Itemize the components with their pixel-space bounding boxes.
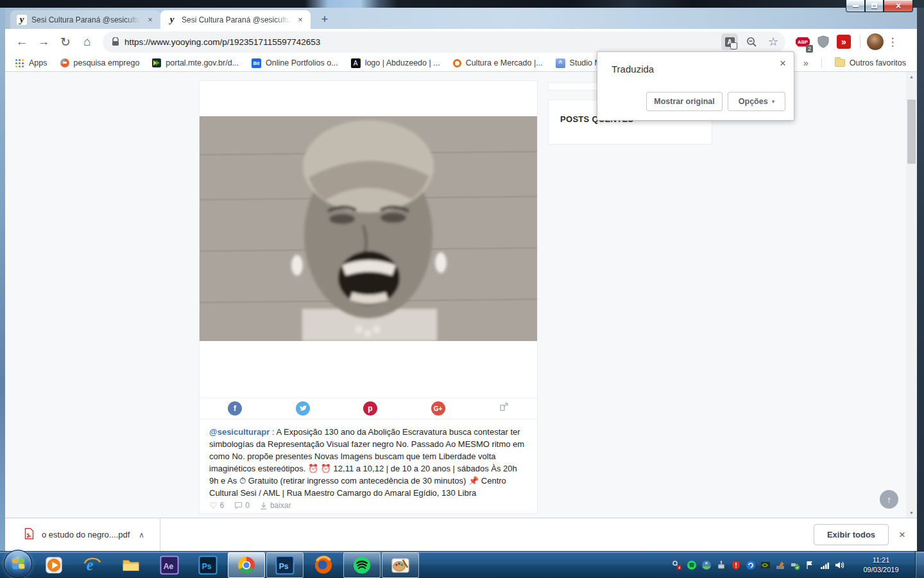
external-link-icon[interactable]: [499, 402, 509, 415]
back-button[interactable]: ←: [12, 31, 32, 52]
options-button[interactable]: Opções ▾: [728, 92, 785, 111]
download-bar: o estudo do negro....pdf ∧ Exibir todos …: [5, 518, 917, 551]
tray-device-icon[interactable]: [715, 559, 726, 570]
taskbar-file-explorer[interactable]: [112, 552, 150, 578]
zoom-out-icon[interactable]: [743, 33, 760, 50]
taskbar-internet-explorer[interactable]: e: [74, 552, 111, 578]
scroll-to-top-button[interactable]: ↑: [880, 490, 898, 509]
translate-icon[interactable]: A: [721, 33, 738, 50]
adblock-extension-icon[interactable]: ABP 2: [793, 32, 812, 51]
reload-button[interactable]: ↻: [55, 31, 76, 52]
window-frame-right: [917, 8, 924, 551]
tab-2-active[interactable]: y Sesi Cultura Paraná @sesicultura ×: [160, 10, 311, 29]
page-scrollbar[interactable]: ▲ ▼: [906, 72, 917, 518]
bookmark-pesquisa-emprego[interactable]: pesquisa emprego: [60, 58, 140, 67]
caption-colon: :: [272, 427, 275, 437]
yooying-favicon: y: [167, 15, 177, 25]
bookmarks-overflow-icon[interactable]: »: [803, 58, 809, 68]
apps-grid-icon: [14, 58, 24, 68]
tab-close-icon[interactable]: ×: [295, 15, 305, 25]
maximize-button[interactable]: [865, 0, 884, 12]
yooying-favicon: y: [17, 15, 27, 25]
taskbar-photoshop-1[interactable]: Ps: [189, 552, 227, 578]
taskbar-after-effects[interactable]: Ae: [151, 552, 188, 578]
tray-nvidia-icon[interactable]: [760, 559, 771, 570]
folder-icon: [121, 556, 141, 575]
tray-spotify-icon[interactable]: [686, 559, 697, 570]
tray-network-icon[interactable]: [819, 559, 830, 570]
taskbar-spotify[interactable]: [343, 552, 381, 578]
other-bookmarks-folder[interactable]: Outros favoritos: [835, 58, 906, 68]
show-all-downloads-button[interactable]: Exibir todos: [814, 524, 889, 545]
taskbar-photoshop-2[interactable]: Ps: [266, 552, 304, 578]
bookmark-abduzeedo[interactable]: A logo | Abduzeedo | ...: [351, 58, 440, 68]
close-window-button[interactable]: ×: [884, 0, 913, 12]
show-original-button[interactable]: Mostrar original: [646, 92, 723, 111]
post-username[interactable]: @sesiculturapr: [209, 427, 270, 437]
scrollbar-thumb[interactable]: [907, 100, 916, 164]
tray-bluetooth-audio-icon[interactable]: [745, 559, 756, 570]
bookmark-apps[interactable]: Apps: [14, 58, 47, 68]
caption-text: A Exposição 130 ano da Abolição Escravat…: [209, 427, 524, 498]
fastforward-extension-icon[interactable]: »: [834, 32, 853, 51]
tray-volume-icon[interactable]: [834, 559, 844, 570]
facebook-share-icon[interactable]: f: [228, 401, 242, 416]
address-bar[interactable]: https://www.yooying.com/p/19235171155977…: [103, 31, 785, 53]
tab-1[interactable]: y Sesi Cultura Paraná @sesicultura ×: [10, 10, 160, 29]
lock-icon: [112, 37, 119, 46]
new-tab-button[interactable]: +: [316, 10, 334, 28]
tray-safely-remove-icon[interactable]: [789, 559, 800, 570]
shield-extension-icon[interactable]: [814, 32, 833, 51]
start-button[interactable]: [4, 550, 32, 578]
minimize-button[interactable]: [846, 0, 865, 12]
forward-button[interactable]: →: [33, 31, 54, 52]
download-icon: [260, 502, 268, 510]
taskbar-paint[interactable]: [382, 552, 419, 578]
profile-avatar[interactable]: [867, 33, 884, 50]
bookmark-label: Apps: [29, 58, 47, 67]
pinterest-share-icon[interactable]: p: [363, 401, 377, 416]
post-photo[interactable]: [200, 116, 537, 341]
taskbar-media-player[interactable]: [35, 552, 73, 578]
tray-security-alert-icon[interactable]: [730, 559, 741, 570]
taskbar-firefox[interactable]: [305, 552, 342, 578]
googleplus-share-icon[interactable]: G+: [431, 401, 445, 416]
tab-title: Sesi Cultura Paraná @sesicultura: [31, 15, 141, 24]
paint-icon: [391, 556, 410, 575]
bookmark-behance[interactable]: Bē Online Portfolios o...: [252, 58, 338, 68]
tab-close-icon[interactable]: ×: [145, 15, 155, 25]
tray-windows-update-icon[interactable]: [701, 559, 712, 570]
url-text[interactable]: https://www.yooying.com/p/19235171155977…: [124, 37, 716, 47]
tray-password-manager-icon[interactable]: [671, 559, 682, 570]
taskbar-clock[interactable]: 11:21 09/03/2019: [853, 556, 909, 575]
download-filename[interactable]: o estudo do negro....pdf: [42, 530, 130, 539]
taskbar-chrome-active[interactable]: [228, 552, 265, 578]
comments-count: 0: [245, 501, 250, 510]
download-post[interactable]: baixar: [260, 501, 291, 510]
cultura-favicon: [453, 59, 461, 67]
photoshop-icon: Ps: [198, 556, 218, 575]
system-tray: 11:21 09/03/2019: [671, 552, 924, 578]
download-chevron-icon[interactable]: ∧: [139, 530, 144, 539]
translate-glyph: A: [725, 37, 735, 47]
twitter-share-icon[interactable]: [296, 401, 310, 416]
browser-menu-icon[interactable]: ⋮: [885, 35, 900, 49]
bookmarks-separator: [821, 58, 822, 68]
show-desktop-button[interactable]: [915, 552, 924, 578]
desktop: × y Sesi Cultura Paraná @sesicultura × y…: [0, 0, 924, 578]
scrollbar-down-icon[interactable]: ▼: [906, 508, 917, 518]
bookmark-star-icon[interactable]: ☆: [765, 33, 782, 50]
tray-pen-tablet-icon[interactable]: [774, 559, 785, 570]
wmp-icon: [44, 556, 64, 575]
tray-action-center-icon[interactable]: [804, 559, 815, 570]
scrollbar-up-icon[interactable]: ▲: [906, 72, 917, 82]
bookmark-portal-mte[interactable]: portal.mte.gov.br/d...: [152, 58, 239, 67]
likes-stat[interactable]: ♡ 6: [209, 500, 224, 511]
maximize-icon: [871, 3, 877, 8]
post-stats: ♡ 6 0 baixar: [209, 500, 291, 511]
comments-stat[interactable]: 0: [234, 501, 250, 510]
home-button[interactable]: ⌂: [77, 31, 98, 52]
download-bar-close-icon[interactable]: ×: [899, 529, 905, 541]
bookmark-cultura-mercado[interactable]: Cultura e Mercado |...: [453, 58, 543, 67]
translate-popup-close-icon[interactable]: ×: [780, 57, 786, 70]
